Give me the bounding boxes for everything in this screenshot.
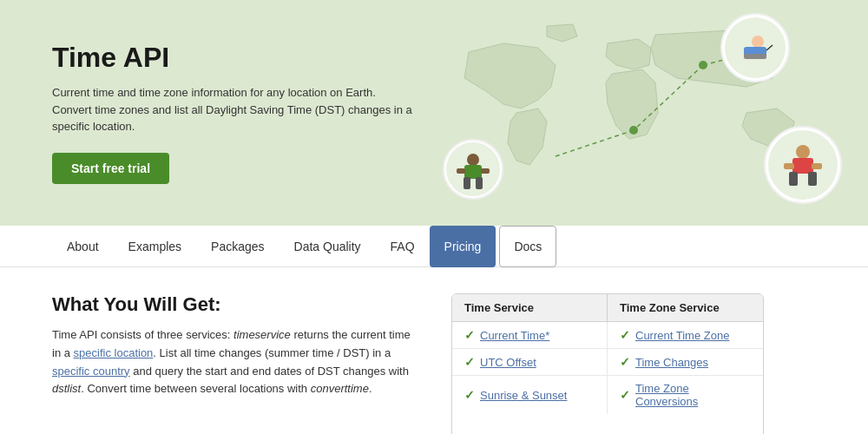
link-timezone-conversions[interactable]: Time Zone Conversions bbox=[635, 382, 751, 408]
svg-rect-20 bbox=[464, 165, 482, 179]
nav-item-about[interactable]: About bbox=[52, 226, 114, 267]
nav-item-examples[interactable]: Examples bbox=[114, 226, 196, 267]
svg-rect-15 bbox=[808, 172, 817, 186]
content-description: Time API consists of three services: tim… bbox=[52, 326, 417, 398]
svg-rect-16 bbox=[784, 163, 794, 169]
svg-point-4 bbox=[699, 61, 707, 69]
feature-cell-timezone-conversions: ✓ Time Zone Conversions bbox=[608, 376, 763, 414]
service-converttime: converttime bbox=[311, 382, 369, 395]
check-icon-5: ✓ bbox=[464, 388, 475, 402]
link-current-timezone[interactable]: Current Time Zone bbox=[635, 329, 729, 342]
content-left-panel: What You Will Get: Time API consists of … bbox=[52, 293, 417, 408]
feature-cell-sunrise-sunset: ✓ Sunrise & Sunset bbox=[452, 376, 608, 414]
svg-point-19 bbox=[467, 154, 479, 166]
nav-item-packages[interactable]: Packages bbox=[196, 226, 279, 267]
navigation-bar: About Examples Packages Data Quality FAQ… bbox=[0, 226, 868, 267]
hero-text-block: Time API Current time and time zone info… bbox=[52, 42, 417, 184]
hero-title: Time API bbox=[52, 42, 417, 74]
svg-rect-24 bbox=[481, 168, 490, 174]
feature-cell-current-timezone: ✓ Current Time Zone bbox=[608, 322, 763, 348]
features-row-2: ✓ UTC Offset ✓ Time Changes bbox=[452, 349, 763, 376]
nav-item-faq[interactable]: FAQ bbox=[376, 226, 430, 267]
features-row-3: ✓ Sunrise & Sunset ✓ Time Zone Conversio… bbox=[452, 376, 763, 414]
features-table: Time Service Time Zone Service ✓ Current… bbox=[451, 293, 764, 434]
person-illustration-3 bbox=[443, 139, 503, 200]
svg-rect-14 bbox=[789, 172, 798, 186]
col-header-timezone-service: Time Zone Service bbox=[608, 294, 763, 321]
person-illustration-2 bbox=[764, 126, 842, 204]
service-timeservice: timeservice bbox=[233, 328, 291, 341]
check-icon-4: ✓ bbox=[620, 355, 630, 369]
svg-rect-9 bbox=[744, 54, 766, 59]
hero-description: Current time and time zone information f… bbox=[52, 84, 417, 135]
main-content: What You Will Get: Time API consists of … bbox=[0, 267, 868, 434]
features-table-header: Time Service Time Zone Service bbox=[452, 294, 763, 322]
feature-cell-utc-offset: ✓ UTC Offset bbox=[452, 349, 608, 375]
svg-rect-13 bbox=[792, 158, 813, 174]
service-dstlist: dstlist bbox=[52, 382, 81, 395]
link-specific-country[interactable]: specific country bbox=[52, 365, 130, 378]
nav-item-data-quality[interactable]: Data Quality bbox=[279, 226, 376, 267]
start-trial-button[interactable]: Start free trial bbox=[52, 153, 169, 184]
svg-rect-22 bbox=[476, 177, 483, 189]
col-header-time-service: Time Service bbox=[452, 294, 608, 321]
features-row-1: ✓ Current Time* ✓ Current Time Zone bbox=[452, 322, 763, 349]
link-sunrise-sunset[interactable]: Sunrise & Sunset bbox=[480, 389, 567, 402]
check-icon-3: ✓ bbox=[464, 355, 475, 369]
link-time-changes[interactable]: Time Changes bbox=[635, 356, 708, 369]
check-icon-2: ✓ bbox=[620, 328, 630, 342]
nav-item-pricing[interactable]: Pricing bbox=[430, 226, 496, 267]
hero-section: Time API Current time and time zone info… bbox=[0, 0, 868, 226]
svg-rect-17 bbox=[812, 163, 822, 169]
svg-point-7 bbox=[752, 36, 764, 48]
link-specific-location[interactable]: specific location bbox=[74, 346, 154, 359]
check-icon-1: ✓ bbox=[464, 328, 475, 342]
link-utc-offset[interactable]: UTC Offset bbox=[480, 356, 536, 369]
check-icon-6: ✓ bbox=[620, 388, 630, 402]
hero-illustration bbox=[417, 0, 868, 226]
nav-item-docs[interactable]: Docs bbox=[499, 226, 556, 267]
link-current-time[interactable]: Current Time* bbox=[480, 329, 549, 342]
svg-point-5 bbox=[629, 126, 638, 135]
svg-rect-21 bbox=[464, 177, 470, 189]
svg-line-2 bbox=[556, 130, 634, 156]
content-title: What You Will Get: bbox=[52, 293, 417, 316]
svg-point-12 bbox=[796, 145, 810, 159]
svg-rect-23 bbox=[457, 168, 465, 174]
feature-cell-time-changes: ✓ Time Changes bbox=[608, 349, 763, 375]
feature-cell-current-time: ✓ Current Time* bbox=[452, 322, 608, 348]
person-illustration-1 bbox=[720, 13, 790, 82]
